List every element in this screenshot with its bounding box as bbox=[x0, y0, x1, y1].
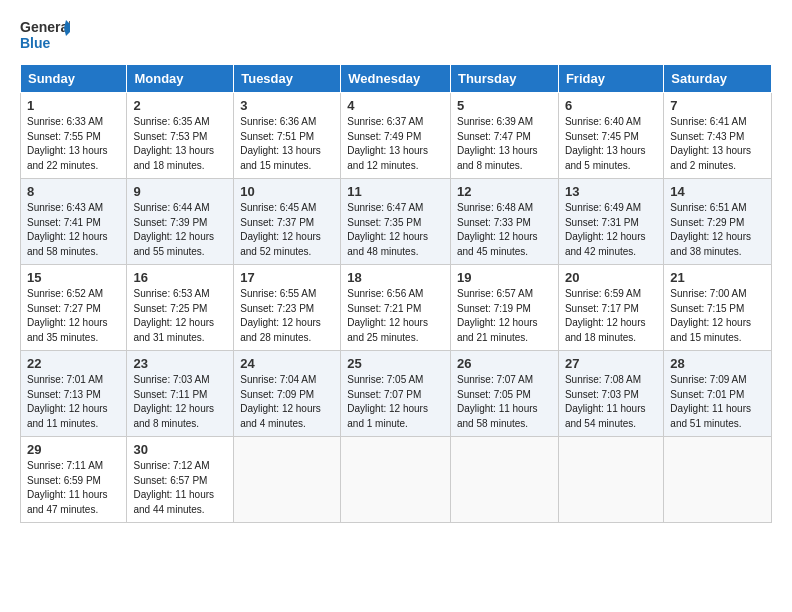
col-header-wednesday: Wednesday bbox=[341, 65, 451, 93]
calendar-day-cell: 23Sunrise: 7:03 AM Sunset: 7:11 PM Dayli… bbox=[127, 351, 234, 437]
col-header-friday: Friday bbox=[558, 65, 663, 93]
calendar-day-cell: 26Sunrise: 7:07 AM Sunset: 7:05 PM Dayli… bbox=[450, 351, 558, 437]
empty-cell bbox=[341, 437, 451, 523]
calendar-day-cell: 5Sunrise: 6:39 AM Sunset: 7:47 PM Daylig… bbox=[450, 93, 558, 179]
calendar-week-row: 29Sunrise: 7:11 AM Sunset: 6:59 PM Dayli… bbox=[21, 437, 772, 523]
day-number: 29 bbox=[27, 442, 120, 457]
calendar-day-cell: 16Sunrise: 6:53 AM Sunset: 7:25 PM Dayli… bbox=[127, 265, 234, 351]
day-number: 23 bbox=[133, 356, 227, 371]
day-number: 18 bbox=[347, 270, 444, 285]
calendar-day-cell: 25Sunrise: 7:05 AM Sunset: 7:07 PM Dayli… bbox=[341, 351, 451, 437]
day-info: Sunrise: 7:04 AM Sunset: 7:09 PM Dayligh… bbox=[240, 373, 334, 431]
calendar-day-cell: 28Sunrise: 7:09 AM Sunset: 7:01 PM Dayli… bbox=[664, 351, 772, 437]
calendar-day-cell: 18Sunrise: 6:56 AM Sunset: 7:21 PM Dayli… bbox=[341, 265, 451, 351]
col-header-tuesday: Tuesday bbox=[234, 65, 341, 93]
calendar-day-cell: 24Sunrise: 7:04 AM Sunset: 7:09 PM Dayli… bbox=[234, 351, 341, 437]
logo: General Blue bbox=[20, 16, 70, 56]
day-info: Sunrise: 6:47 AM Sunset: 7:35 PM Dayligh… bbox=[347, 201, 444, 259]
calendar-day-cell: 2Sunrise: 6:35 AM Sunset: 7:53 PM Daylig… bbox=[127, 93, 234, 179]
day-number: 2 bbox=[133, 98, 227, 113]
day-info: Sunrise: 7:01 AM Sunset: 7:13 PM Dayligh… bbox=[27, 373, 120, 431]
calendar-day-cell: 8Sunrise: 6:43 AM Sunset: 7:41 PM Daylig… bbox=[21, 179, 127, 265]
day-info: Sunrise: 6:44 AM Sunset: 7:39 PM Dayligh… bbox=[133, 201, 227, 259]
day-info: Sunrise: 6:43 AM Sunset: 7:41 PM Dayligh… bbox=[27, 201, 120, 259]
empty-cell bbox=[664, 437, 772, 523]
day-info: Sunrise: 7:03 AM Sunset: 7:11 PM Dayligh… bbox=[133, 373, 227, 431]
empty-cell bbox=[558, 437, 663, 523]
day-info: Sunrise: 6:57 AM Sunset: 7:19 PM Dayligh… bbox=[457, 287, 552, 345]
day-info: Sunrise: 6:51 AM Sunset: 7:29 PM Dayligh… bbox=[670, 201, 765, 259]
calendar-day-cell: 17Sunrise: 6:55 AM Sunset: 7:23 PM Dayli… bbox=[234, 265, 341, 351]
calendar-week-row: 22Sunrise: 7:01 AM Sunset: 7:13 PM Dayli… bbox=[21, 351, 772, 437]
day-number: 7 bbox=[670, 98, 765, 113]
calendar-day-cell: 11Sunrise: 6:47 AM Sunset: 7:35 PM Dayli… bbox=[341, 179, 451, 265]
day-info: Sunrise: 7:00 AM Sunset: 7:15 PM Dayligh… bbox=[670, 287, 765, 345]
day-number: 22 bbox=[27, 356, 120, 371]
calendar-week-row: 1Sunrise: 6:33 AM Sunset: 7:55 PM Daylig… bbox=[21, 93, 772, 179]
day-info: Sunrise: 6:37 AM Sunset: 7:49 PM Dayligh… bbox=[347, 115, 444, 173]
day-info: Sunrise: 6:49 AM Sunset: 7:31 PM Dayligh… bbox=[565, 201, 657, 259]
calendar-day-cell: 15Sunrise: 6:52 AM Sunset: 7:27 PM Dayli… bbox=[21, 265, 127, 351]
day-number: 6 bbox=[565, 98, 657, 113]
day-info: Sunrise: 6:55 AM Sunset: 7:23 PM Dayligh… bbox=[240, 287, 334, 345]
day-number: 5 bbox=[457, 98, 552, 113]
day-info: Sunrise: 6:59 AM Sunset: 7:17 PM Dayligh… bbox=[565, 287, 657, 345]
day-info: Sunrise: 7:12 AM Sunset: 6:57 PM Dayligh… bbox=[133, 459, 227, 517]
day-number: 11 bbox=[347, 184, 444, 199]
calendar-day-cell: 19Sunrise: 6:57 AM Sunset: 7:19 PM Dayli… bbox=[450, 265, 558, 351]
calendar-week-row: 8Sunrise: 6:43 AM Sunset: 7:41 PM Daylig… bbox=[21, 179, 772, 265]
logo-svg: General Blue bbox=[20, 16, 70, 56]
calendar-day-cell: 30Sunrise: 7:12 AM Sunset: 6:57 PM Dayli… bbox=[127, 437, 234, 523]
col-header-monday: Monday bbox=[127, 65, 234, 93]
day-info: Sunrise: 7:09 AM Sunset: 7:01 PM Dayligh… bbox=[670, 373, 765, 431]
empty-cell bbox=[450, 437, 558, 523]
calendar-week-row: 15Sunrise: 6:52 AM Sunset: 7:27 PM Dayli… bbox=[21, 265, 772, 351]
day-number: 13 bbox=[565, 184, 657, 199]
header: General Blue bbox=[20, 16, 772, 56]
page: General Blue SundayMondayTuesdayWednesda… bbox=[0, 0, 792, 612]
day-info: Sunrise: 6:52 AM Sunset: 7:27 PM Dayligh… bbox=[27, 287, 120, 345]
svg-text:General: General bbox=[20, 19, 70, 35]
day-info: Sunrise: 6:35 AM Sunset: 7:53 PM Dayligh… bbox=[133, 115, 227, 173]
day-number: 8 bbox=[27, 184, 120, 199]
col-header-sunday: Sunday bbox=[21, 65, 127, 93]
col-header-thursday: Thursday bbox=[450, 65, 558, 93]
calendar-day-cell: 3Sunrise: 6:36 AM Sunset: 7:51 PM Daylig… bbox=[234, 93, 341, 179]
day-info: Sunrise: 6:36 AM Sunset: 7:51 PM Dayligh… bbox=[240, 115, 334, 173]
calendar-day-cell: 6Sunrise: 6:40 AM Sunset: 7:45 PM Daylig… bbox=[558, 93, 663, 179]
calendar-day-cell: 27Sunrise: 7:08 AM Sunset: 7:03 PM Dayli… bbox=[558, 351, 663, 437]
day-number: 4 bbox=[347, 98, 444, 113]
svg-text:Blue: Blue bbox=[20, 35, 51, 51]
day-number: 1 bbox=[27, 98, 120, 113]
calendar-day-cell: 1Sunrise: 6:33 AM Sunset: 7:55 PM Daylig… bbox=[21, 93, 127, 179]
calendar-table: SundayMondayTuesdayWednesdayThursdayFrid… bbox=[20, 64, 772, 523]
day-info: Sunrise: 6:56 AM Sunset: 7:21 PM Dayligh… bbox=[347, 287, 444, 345]
day-number: 24 bbox=[240, 356, 334, 371]
day-info: Sunrise: 6:53 AM Sunset: 7:25 PM Dayligh… bbox=[133, 287, 227, 345]
day-info: Sunrise: 6:40 AM Sunset: 7:45 PM Dayligh… bbox=[565, 115, 657, 173]
day-info: Sunrise: 7:11 AM Sunset: 6:59 PM Dayligh… bbox=[27, 459, 120, 517]
col-header-saturday: Saturday bbox=[664, 65, 772, 93]
day-number: 19 bbox=[457, 270, 552, 285]
day-info: Sunrise: 7:07 AM Sunset: 7:05 PM Dayligh… bbox=[457, 373, 552, 431]
day-number: 10 bbox=[240, 184, 334, 199]
day-info: Sunrise: 6:39 AM Sunset: 7:47 PM Dayligh… bbox=[457, 115, 552, 173]
day-number: 12 bbox=[457, 184, 552, 199]
day-number: 27 bbox=[565, 356, 657, 371]
day-number: 30 bbox=[133, 442, 227, 457]
calendar-day-cell: 22Sunrise: 7:01 AM Sunset: 7:13 PM Dayli… bbox=[21, 351, 127, 437]
day-info: Sunrise: 6:33 AM Sunset: 7:55 PM Dayligh… bbox=[27, 115, 120, 173]
calendar-day-cell: 4Sunrise: 6:37 AM Sunset: 7:49 PM Daylig… bbox=[341, 93, 451, 179]
day-number: 28 bbox=[670, 356, 765, 371]
empty-cell bbox=[234, 437, 341, 523]
calendar-day-cell: 7Sunrise: 6:41 AM Sunset: 7:43 PM Daylig… bbox=[664, 93, 772, 179]
day-number: 20 bbox=[565, 270, 657, 285]
day-info: Sunrise: 6:48 AM Sunset: 7:33 PM Dayligh… bbox=[457, 201, 552, 259]
day-number: 21 bbox=[670, 270, 765, 285]
calendar-day-cell: 10Sunrise: 6:45 AM Sunset: 7:37 PM Dayli… bbox=[234, 179, 341, 265]
calendar-day-cell: 14Sunrise: 6:51 AM Sunset: 7:29 PM Dayli… bbox=[664, 179, 772, 265]
calendar-day-cell: 12Sunrise: 6:48 AM Sunset: 7:33 PM Dayli… bbox=[450, 179, 558, 265]
calendar-day-cell: 29Sunrise: 7:11 AM Sunset: 6:59 PM Dayli… bbox=[21, 437, 127, 523]
day-info: Sunrise: 6:41 AM Sunset: 7:43 PM Dayligh… bbox=[670, 115, 765, 173]
day-number: 9 bbox=[133, 184, 227, 199]
